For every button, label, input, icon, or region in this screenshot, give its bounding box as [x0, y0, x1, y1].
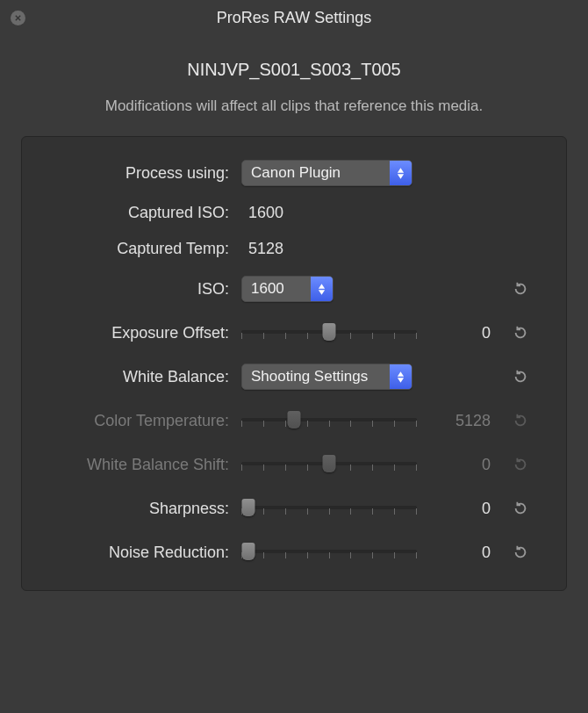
row-exposure-offset: Exposure Offset: 0 — [45, 320, 543, 346]
label-noise-reduction: Noise Reduction: — [45, 544, 229, 562]
exposure-offset-thumb[interactable] — [323, 323, 336, 341]
label-captured-iso: Captured ISO: — [45, 204, 229, 222]
svg-marker-4 — [319, 284, 325, 288]
row-captured-temp: Captured Temp: 5128 — [45, 240, 543, 258]
label-iso: ISO: — [45, 280, 229, 299]
reset-icon — [513, 413, 528, 429]
label-exposure-offset: Exposure Offset: — [45, 324, 229, 342]
noise-reduction-slider[interactable] — [241, 539, 417, 565]
color-temperature-value: 5128 — [438, 412, 491, 430]
label-white-balance-shift: White Balance Shift: — [45, 456, 229, 474]
reset-white-balance-shift-button — [511, 455, 530, 474]
row-white-balance-shift: White Balance Shift: 0 — [45, 451, 543, 478]
content: NINJVP_S001_S003_T005 Modifications will… — [0, 35, 588, 609]
svg-marker-2 — [398, 168, 404, 172]
noise-reduction-value: 0 — [438, 544, 491, 562]
reset-white-balance-button[interactable] — [511, 367, 530, 386]
dropdown-cap-icon — [390, 161, 412, 185]
close-button[interactable] — [11, 11, 25, 25]
reset-icon — [513, 501, 528, 516]
reset-icon — [513, 281, 528, 297]
svg-marker-3 — [398, 174, 404, 178]
row-white-balance: White Balance: Shooting Settings — [45, 364, 543, 390]
exposure-offset-value: 0 — [438, 324, 491, 342]
row-color-temperature: Color Temperature: 5128 — [45, 407, 543, 434]
label-captured-temp: Captured Temp: — [45, 240, 229, 258]
process-using-dropdown[interactable]: Canon Plugin — [241, 160, 412, 186]
color-temperature-slider — [241, 407, 417, 434]
dropdown-cap-icon — [311, 277, 333, 301]
sharpness-value: 0 — [438, 500, 491, 518]
value-captured-iso: 1600 — [241, 204, 426, 222]
settings-panel: Process using: Canon Plugin Captured ISO… — [21, 136, 567, 591]
iso-dropdown[interactable]: 1600 — [241, 276, 333, 302]
label-process-using: Process using: — [45, 164, 229, 183]
row-noise-reduction: Noise Reduction: 0 — [45, 539, 543, 565]
iso-value: 1600 — [242, 280, 311, 298]
reset-icon — [513, 325, 528, 341]
label-sharpness: Sharpness: — [45, 500, 229, 518]
value-captured-temp: 5128 — [241, 240, 426, 258]
noise-reduction-thumb[interactable] — [242, 543, 255, 560]
dropdown-cap-icon — [390, 364, 412, 389]
white-balance-shift-slider — [241, 451, 417, 478]
row-sharpness: Sharpness: 0 — [45, 495, 543, 522]
label-white-balance: White Balance: — [45, 368, 229, 386]
reset-color-temperature-button — [511, 411, 530, 430]
reset-noise-reduction-button[interactable] — [511, 543, 530, 562]
white-balance-shift-thumb — [323, 455, 336, 472]
svg-marker-7 — [398, 378, 404, 382]
modification-warning: Modifications will affect all clips that… — [21, 97, 567, 115]
exposure-offset-slider[interactable] — [241, 320, 417, 346]
reset-iso-button[interactable] — [511, 279, 530, 299]
close-icon — [14, 14, 22, 22]
reset-exposure-offset-button[interactable] — [511, 323, 530, 342]
color-temperature-thumb — [288, 411, 301, 429]
process-using-value: Canon Plugin — [242, 164, 390, 182]
svg-marker-5 — [319, 290, 325, 294]
sharpness-slider[interactable] — [241, 495, 417, 522]
white-balance-dropdown[interactable]: Shooting Settings — [241, 364, 412, 390]
svg-marker-6 — [398, 371, 404, 376]
window-title: ProRes RAW Settings — [11, 9, 577, 27]
row-iso: ISO: 1600 — [45, 276, 543, 302]
titlebar: ProRes RAW Settings — [0, 0, 588, 35]
reset-icon — [513, 544, 528, 560]
white-balance-shift-value: 0 — [438, 456, 491, 474]
label-color-temperature: Color Temperature: — [45, 412, 229, 430]
reset-sharpness-button[interactable] — [511, 499, 530, 518]
white-balance-value: Shooting Settings — [242, 368, 390, 385]
row-captured-iso: Captured ISO: 1600 — [45, 204, 543, 222]
sharpness-thumb[interactable] — [242, 499, 255, 516]
clip-name: NINJVP_S001_S003_T005 — [21, 60, 567, 80]
row-process-using: Process using: Canon Plugin — [45, 160, 543, 186]
reset-icon — [513, 457, 528, 472]
reset-icon — [513, 369, 528, 385]
